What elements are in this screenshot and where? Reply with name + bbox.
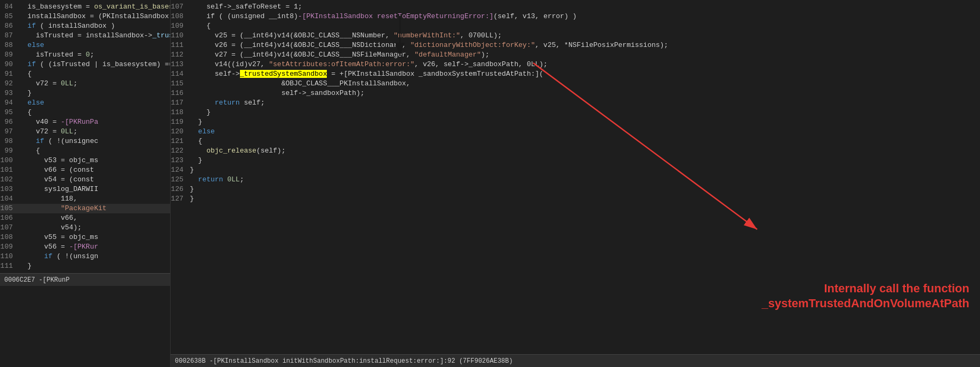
- right-code-line-119: 119 }: [171, 117, 980, 127]
- right-line-content-108: if ( (unsigned __int8)-[PKInstallSandbox…: [190, 12, 980, 21]
- right-code-line-115: 115 &OBJC_CLASS___PKInstallSandbox,: [171, 79, 980, 89]
- right-line-content-121: {: [190, 137, 980, 146]
- right-line-num-107: 107: [171, 2, 190, 12]
- line-num-102: 102: [0, 175, 19, 185]
- right-status-text: 0002638B -[PKInstallSandbox initWithSand…: [175, 357, 513, 365]
- line-num-103: 103: [0, 185, 19, 194]
- left-status-bar: 0006C2E7 -[PKRunP: [0, 273, 170, 286]
- line-num-111: 111: [0, 261, 19, 271]
- line-num-85: 85: [0, 12, 19, 21]
- code-line-89: 89 isTrusted = 0;: [0, 50, 170, 60]
- line-content-108: v55 = objc_ms: [19, 233, 170, 242]
- right-line-content-111: v26 = (__int64)v14(&OBJC_CLASS___NSDicti…: [190, 41, 980, 50]
- right-line-content-127: }: [190, 194, 980, 204]
- right-line-num-124: 124: [171, 165, 190, 175]
- right-code-line-110: 110 v25 = (__int64)v14(&OBJC_CLASS___NSN…: [171, 31, 980, 41]
- right-line-num-115: 115: [171, 79, 190, 89]
- line-num-97: 97: [0, 127, 19, 137]
- right-line-num-118: 118: [171, 108, 190, 117]
- code-line-95: 95 {: [0, 108, 170, 117]
- line-content-92: v72 = 0LL;: [19, 79, 170, 89]
- right-line-num-114: 114: [171, 69, 190, 79]
- annotation-line2: _systemTrustedAndOnVolumeAtPath: [761, 296, 969, 312]
- code-line-107: 107 v54);: [0, 223, 170, 233]
- right-line-num-127: 127: [171, 194, 190, 204]
- right-code-line-125: 125 return 0LL;: [171, 175, 980, 185]
- right-line-num-122: 122: [171, 146, 190, 156]
- highlighted-var: _trustedSystemSandbox: [240, 70, 327, 78]
- right-line-num-121: 121: [171, 137, 190, 146]
- line-num-106: 106: [0, 213, 19, 223]
- line-content-99: {: [19, 146, 170, 156]
- line-content-95: {: [19, 108, 170, 117]
- left-code-area: 84 is_basesystem = os_variant_is_basesys…: [0, 0, 170, 273]
- right-line-content-110: v25 = (__int64)v14(&OBJC_CLASS___NSNumbe…: [190, 31, 980, 41]
- code-line-99: 99 {: [0, 146, 170, 156]
- code-line-92: 92 v72 = 0LL;: [0, 79, 170, 89]
- line-num-89: 89: [0, 50, 19, 60]
- line-content-85: installSandbox = (PKInstallSandbox *)-[P…: [19, 12, 170, 21]
- line-content-98: if ( !(unsignec: [19, 137, 170, 146]
- right-status-bar: 0002638B -[PKInstallSandbox initWithSand…: [171, 354, 980, 367]
- line-content-87: isTrusted = installSandbox->_trustedSyst…: [19, 31, 170, 41]
- right-line-content-118: }: [190, 108, 980, 117]
- code-line-98: 98 if ( !(unsignec: [0, 137, 170, 146]
- line-num-109: 109: [0, 242, 19, 252]
- right-code-line-112: 112 v27 = (__int64)v14(&OBJC_CLASS___NSF…: [171, 50, 980, 60]
- line-num-99: 99: [0, 146, 19, 156]
- right-line-content-116: self->_sandboxPath);: [190, 89, 980, 98]
- right-code-line-117: 117 return self;: [171, 98, 980, 108]
- right-code-line-114: 114 self->_trustedSystemSandbox = +[PKIn…: [171, 69, 980, 79]
- code-line-102: 102 v54 = (const: [0, 175, 170, 185]
- code-line-108: 108 v55 = objc_ms: [0, 233, 170, 242]
- line-num-100: 100: [0, 156, 19, 165]
- code-line-105: 105 "PackageKit: [0, 204, 170, 213]
- main-content: 84 is_basesystem = os_variant_is_basesys…: [0, 0, 980, 367]
- code-line-87: 87 isTrusted = installSandbox->_trustedS…: [0, 31, 170, 41]
- line-content-88: else: [19, 41, 170, 50]
- line-content-105: "PackageKit: [19, 204, 170, 213]
- line-content-102: v54 = (const: [19, 175, 170, 185]
- code-line-101: 101 v66 = (const: [0, 165, 170, 175]
- right-line-content-114: self->_trustedSystemSandbox = +[PKInstal…: [190, 69, 980, 79]
- line-content-111: }: [19, 261, 170, 271]
- right-line-num-108: 108: [171, 12, 190, 21]
- code-line-103: 103 syslog_DARWII: [0, 185, 170, 194]
- line-num-104: 104: [0, 194, 19, 204]
- line-num-108: 108: [0, 233, 19, 242]
- right-line-num-126: 126: [171, 185, 190, 194]
- code-line-86: 86 if ( installSandbox ): [0, 21, 170, 31]
- right-line-content-125: return 0LL;: [190, 175, 980, 185]
- right-line-content-122: objc_release(self);: [190, 146, 980, 156]
- code-line-88: 88 else: [0, 41, 170, 50]
- right-code-line-109: 109 {: [171, 21, 980, 31]
- line-content-91: {: [19, 69, 170, 79]
- code-line-104: 104 118,: [0, 194, 170, 204]
- line-content-86: if ( installSandbox ): [19, 21, 170, 31]
- right-code-line-111: 111 v26 = (__int64)v14(&OBJC_CLASS___NSD…: [171, 41, 980, 50]
- right-line-content-112: v27 = (__int64)v14(&OBJC_CLASS___NSFileM…: [190, 50, 980, 60]
- line-num-96: 96: [0, 117, 19, 127]
- right-code-line-124: 124 }: [171, 165, 980, 175]
- line-num-95: 95: [0, 108, 19, 117]
- line-content-94: else: [19, 98, 170, 108]
- line-num-91: 91: [0, 69, 19, 79]
- right-line-content-107: self->_safeToReset = 1;: [190, 2, 980, 12]
- line-content-109: v56 = -[PKRur: [19, 242, 170, 252]
- right-code-line-108: 108 if ( (unsigned __int8)-[PKInstallSan…: [171, 12, 980, 21]
- line-content-93: }: [19, 89, 170, 98]
- code-line-111: 111 }: [0, 261, 170, 271]
- code-line-109: 109 v56 = -[PKRur: [0, 242, 170, 252]
- code-line-85: 85 installSandbox = (PKInstallSandbox *)…: [0, 12, 170, 21]
- right-line-content-117: return self;: [190, 98, 980, 108]
- line-content-104: 118,: [19, 194, 170, 204]
- code-line-96: 96 v40 = -[PKRunPa: [0, 117, 170, 127]
- line-num-105: 105: [0, 204, 19, 213]
- annotation-text: Internally call the function _systemTrus…: [761, 281, 969, 312]
- right-line-num-110: 110: [171, 31, 190, 41]
- code-line-94: 94 else: [0, 98, 170, 108]
- line-content-106: v66,: [19, 213, 170, 223]
- line-num-88: 88: [0, 41, 19, 50]
- code-line-91: 91 {: [0, 69, 170, 79]
- line-content-96: v40 = -[PKRunPa: [19, 117, 170, 127]
